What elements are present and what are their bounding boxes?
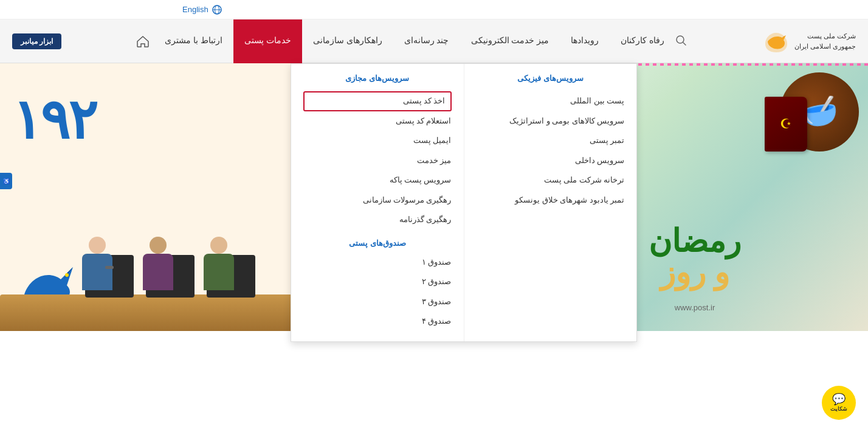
- post-logo: شرکت ملی پست جمهوری اسلامی ایران: [763, 30, 856, 52]
- accessibility-bar[interactable]: ♿: [0, 173, 12, 189]
- svg-point-3: [677, 36, 684, 43]
- home-button[interactable]: [132, 30, 154, 52]
- dropdown-domestic-strategic[interactable]: سرویس کالاهای بومی و استراتژیک: [477, 111, 625, 131]
- chat-button[interactable]: 💬 شکایت: [822, 386, 856, 420]
- language-switcher[interactable]: English: [182, 5, 222, 15]
- quran-decoration: ☪: [765, 97, 807, 152]
- dropdown-service-desk[interactable]: میز خدمت: [303, 151, 452, 171]
- accessibility-label: ♿: [4, 178, 10, 184]
- dropdown-domestic-service[interactable]: سرویس داخلی: [477, 151, 625, 171]
- dropdown-box1[interactable]: صندوق ۱: [303, 253, 452, 273]
- customer-service-number: ۱۹۲: [12, 88, 96, 152]
- shortcut-tool-button[interactable]: ابزار میانبر: [12, 33, 61, 49]
- dropdown-postmark[interactable]: تمبر پستی: [477, 131, 625, 151]
- nav-menu: رفاه کارکنان رویدادها میز خدمت الکترونیک…: [61, 19, 763, 63]
- nav-item-postal-services[interactable]: خدمات پستی: [233, 19, 302, 63]
- main-header: شرکت ملی پست جمهوری اسلامی ایران رفاه کا…: [0, 19, 868, 63]
- virtual-services-title: سرویس‌های مجازی: [303, 74, 452, 83]
- post-logo-text: شرکت ملی پست جمهوری اسلامی ایران: [794, 31, 856, 51]
- nav-item-multichannel[interactable]: چند رسانه‌ای: [393, 19, 460, 63]
- dropdown-email-post[interactable]: ایمیل پست: [303, 131, 452, 151]
- dropdown-box3[interactable]: صندوق ۳: [303, 292, 452, 312]
- dropdown-unesco-stamps[interactable]: تمبر یادبود شهرهای خلاق یونسکو: [477, 190, 625, 211]
- dropdown-online-tracking[interactable]: رهگیری گذرنامه: [303, 210, 452, 230]
- search-button[interactable]: [675, 35, 686, 48]
- dropdown-international-post[interactable]: پست بین المللی: [477, 91, 625, 111]
- nav-item-eservice[interactable]: میز خدمت الکترونیکی: [460, 19, 560, 63]
- dropdown-postal-inquiry[interactable]: استعلام کد پستی: [303, 111, 452, 131]
- nav-item-org-solutions[interactable]: راهکارهای سازمانی: [302, 19, 393, 63]
- physical-services-title: سرویس‌های فیزیکی: [477, 74, 625, 83]
- dropdown-box2[interactable]: صندوق ۲: [303, 272, 452, 292]
- globe-icon: [212, 5, 222, 15]
- nav-item-staff-lounge[interactable]: رفاه کارکنان: [610, 19, 675, 63]
- top-bar: English: [0, 0, 868, 19]
- postal-boxes-title: صندوق‌های پستی: [303, 239, 452, 248]
- post-bird-icon: [763, 30, 790, 52]
- dropdown-postal-code[interactable]: اخذ کد پستی: [303, 91, 452, 111]
- dropdown-postal-package[interactable]: سرویس پست پاکه: [303, 170, 452, 190]
- postal-services-dropdown: سرویس‌های فیزیکی پست بین المللی سرویس کا…: [291, 63, 637, 342]
- ramadan-word: رمضان: [649, 223, 741, 259]
- dropdown-post-archive[interactable]: تر‌خانه شرکت ملی پست: [477, 170, 625, 190]
- virtual-services-col: سرویس‌های مجازی اخذ کد پستی استعلام کد پ…: [291, 64, 464, 341]
- nowruz-word: و روز: [660, 255, 729, 290]
- physical-services-col: سرویس‌های فیزیکی پست بین المللی سرویس کا…: [464, 64, 637, 341]
- nav-item-customer-contact[interactable]: ارتباط با مشتری: [154, 19, 233, 63]
- nav-item-events[interactable]: رویدادها: [560, 19, 610, 63]
- english-label: English: [182, 5, 208, 14]
- svg-line-4: [683, 43, 686, 45]
- dropdown-org-complaints[interactable]: رهگیری مرسولات سازمانی: [303, 190, 452, 211]
- dropdown-box4[interactable]: صندوق ۴: [303, 312, 452, 332]
